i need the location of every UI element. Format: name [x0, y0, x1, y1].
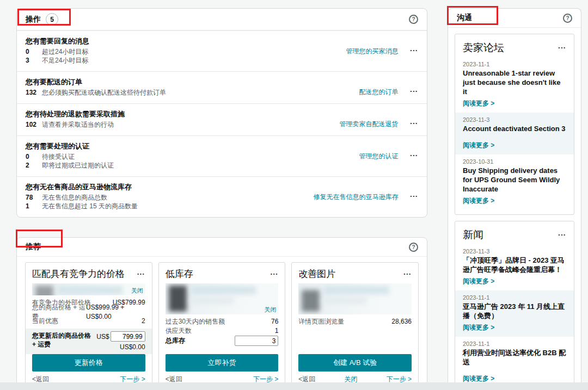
help-icon[interactable]: ?: [563, 14, 572, 23]
read-more-link[interactable]: 阅读更多 >: [463, 323, 494, 332]
fix-stranded-inventory-link[interactable]: 修复无在售信息的亚马逊库存: [314, 193, 399, 202]
action-stat: 78 无在售信息的商品总数: [26, 193, 314, 202]
post-date: 2023-11-3: [463, 116, 566, 123]
action-item-certifications: 您有需要处理的认证 0 待接受认证 2 即将过期或已过期的认证 管理您的认证 •…: [17, 135, 427, 176]
card-stat-row: 供应天数 1: [166, 326, 279, 336]
action-item-stranded-inventory: 您有无在售商品的亚马逊物流库存 78 无在售信息的商品总数 1 无在售信息超过 …: [17, 176, 427, 217]
action-stat: 0 超过24小时目标: [26, 47, 346, 56]
recommendations-panel-title: 推荐: [26, 242, 41, 252]
manage-buyer-messages-link[interactable]: 管理您的买家消息: [346, 47, 399, 56]
stat-number: 1: [26, 202, 42, 211]
stat-number: 78: [26, 193, 42, 202]
news-card: 新闻 ••• 2023-11-3 「冲顶旺季」品牌日 - 2023 亚马逊广告旺…: [455, 221, 574, 390]
post-date: 2023-10-31: [463, 158, 566, 165]
read-more-link[interactable]: 阅读更多 >: [463, 99, 494, 108]
communication-panel-header: 沟通 ?: [448, 9, 581, 28]
post-title: 利用营业时间送达率优化 B2B 配送: [463, 348, 566, 367]
action-item-title: 您有待处理的退款需要采取措施: [26, 109, 340, 119]
product-text-blur: [191, 286, 256, 294]
stat-number: 132: [26, 88, 42, 97]
kebab-menu-icon[interactable]: •••: [411, 89, 418, 94]
action-item-title: 您有需要处理的认证: [26, 141, 359, 151]
product-text-blur: [191, 298, 234, 304]
kebab-menu-icon[interactable]: •••: [411, 121, 418, 126]
action-item-title: 您有需要回复的消息: [26, 36, 346, 46]
news-item: 2023-11-3 「冲顶旺季」品牌日 - 2023 亚马逊广告旺季备战峰会隆重…: [455, 244, 574, 290]
news-title: 新闻: [463, 228, 483, 242]
kebab-menu-icon[interactable]: •••: [411, 153, 418, 158]
restock-now-button[interactable]: 立即补货: [166, 354, 279, 372]
post-title: Unreasonable 1-star review just because …: [463, 69, 566, 96]
inventory-label: 总库存: [166, 336, 185, 345]
ship-orders-link[interactable]: 配送您的订单: [359, 88, 399, 97]
updated-price-input[interactable]: [111, 331, 145, 342]
forum-post: 2023-11-1 Unreasonable 1-star review jus…: [455, 57, 574, 113]
action-item-actions: 管理卖家自配送退货 •••: [340, 109, 418, 129]
updated-price-section: 您更新后的商品价格 + 运费 US$ US$0.00: [26, 329, 152, 354]
communication-panel-title: 沟通: [457, 13, 472, 23]
price-input-row: US$: [96, 331, 145, 342]
stat-number: 3: [26, 56, 42, 65]
dismiss-card-link[interactable]: 关闭: [264, 306, 276, 314]
stat-value: 28,636: [391, 317, 412, 326]
read-more-link[interactable]: 阅读更多 >: [463, 196, 494, 206]
product-text-blur: [323, 298, 366, 304]
stat-label: 当前优惠: [32, 317, 58, 326]
product-text-blur: [57, 286, 122, 294]
action-item-messages: 您有需要回复的消息 0 超过24小时目标 3 不足24小时目标 管理您的买家消息…: [17, 30, 427, 71]
total-inventory-input[interactable]: [235, 336, 278, 346]
manage-returns-link[interactable]: 管理卖家自配送退货: [340, 120, 399, 129]
stat-text: 待接受认证: [42, 152, 75, 161]
card-stat-row: 详情页面浏览量 28,636: [298, 317, 412, 326]
action-item-actions: 配送您的订单 •••: [359, 77, 418, 97]
manage-certifications-link[interactable]: 管理您的认证: [359, 152, 399, 161]
bottom-scroll-strip: [0, 382, 588, 390]
card-title-row: 卖家论坛 •••: [463, 41, 566, 55]
communication-column: 沟通 ? 卖家论坛 ••• 2023-11-1 Unreasonable 1-s…: [448, 8, 581, 389]
action-stat: 132 您必须购买配送或确认配送这些待付款订单: [26, 88, 359, 97]
kebab-menu-icon[interactable]: •••: [559, 46, 566, 50]
stat-text: 无在售信息超过 15 天的商品数量: [42, 202, 138, 211]
help-icon[interactable]: ?: [409, 15, 418, 24]
kebab-menu-icon[interactable]: •••: [411, 194, 418, 199]
update-price-button[interactable]: 更新价格: [32, 354, 145, 372]
action-stat: 2 即将过期或已过期的认证: [26, 161, 359, 170]
card-title-row: 低库存 •••: [166, 268, 279, 280]
actions-count-badge: 5: [46, 13, 58, 26]
stat-value: 76: [271, 317, 278, 326]
stat-label: 供应天数: [166, 326, 192, 336]
action-stat: 102 请查看并采取适当的行动: [26, 120, 340, 129]
read-more-link[interactable]: 阅读更多 >: [463, 277, 494, 286]
product-thumbnail-blur: [169, 286, 187, 312]
action-item-content: 您有需要回复的消息 0 超过24小时目标 3 不足24小时目标: [26, 36, 346, 65]
actions-panel-title: 操作: [26, 15, 41, 24]
stat-number: 0: [26, 47, 42, 56]
post-title: 「冲顶旺季」品牌日 - 2023 亚马逊广告旺季备战峰会隆重启幕！: [463, 256, 566, 274]
kebab-menu-icon[interactable]: •••: [404, 272, 412, 276]
action-item-actions: 管理您的认证 •••: [359, 141, 418, 170]
updated-price-label: 您更新后的商品价格 + 运费: [32, 331, 91, 351]
post-title: Buy Shipping delivery dates for UPS Grou…: [463, 166, 566, 194]
kebab-menu-icon[interactable]: •••: [137, 272, 145, 276]
kebab-menu-icon[interactable]: •••: [411, 48, 418, 53]
action-stat: 3 不足24小时目标: [26, 56, 346, 65]
card-title-row: 新闻 •••: [463, 228, 566, 242]
stat-text: 即将过期或已过期的认证: [42, 161, 114, 170]
dismiss-card-link[interactable]: 关闭: [131, 287, 143, 295]
read-more-link[interactable]: 阅读更多 >: [463, 141, 494, 150]
create-ab-test-button[interactable]: 创建 A/B 试验: [298, 354, 412, 372]
kebab-menu-icon[interactable]: •••: [559, 233, 566, 237]
card-stat-row: 总库存: [166, 336, 279, 346]
post-date: 2023-11-1: [463, 294, 566, 301]
updated-price-label-line1: 您更新后的商品价格: [32, 331, 91, 340]
blurred-product-image: 关闭: [32, 283, 145, 295]
forum-post: 2023-11-3 Account deactivated Section 3 …: [455, 113, 574, 154]
actions-panel-header: 操作 5 ?: [17, 9, 427, 30]
help-icon[interactable]: ?: [409, 243, 418, 252]
updated-price-values: US$ US$0.00: [96, 331, 145, 351]
updated-price-label-line2: + 运费: [32, 340, 91, 349]
action-item-actions: 管理您的买家消息 •••: [346, 36, 418, 65]
kebab-menu-icon[interactable]: •••: [271, 272, 278, 276]
action-item-title: 您有要配送的订单: [26, 77, 359, 87]
stat-number: 102: [26, 120, 42, 129]
